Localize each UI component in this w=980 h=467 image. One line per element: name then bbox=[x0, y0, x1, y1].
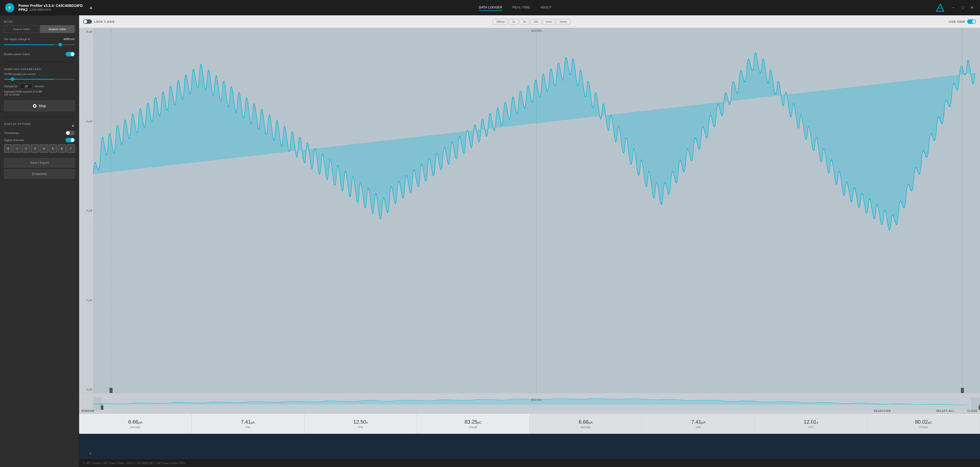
ch-btn-5[interactable]: 5 bbox=[49, 145, 57, 152]
ch-btn-4[interactable]: 4 bbox=[40, 145, 48, 152]
window-average: 6.66µA average bbox=[79, 414, 192, 434]
live-view-toggle[interactable] bbox=[967, 19, 976, 24]
device-id: C43C40BD18FD bbox=[30, 8, 51, 11]
y-label-8ua: 8 µA bbox=[86, 30, 92, 33]
time-btn-10min[interactable]: 10min bbox=[556, 19, 570, 24]
sample-for-input[interactable] bbox=[20, 84, 32, 89]
window-max-value: 7.41µA bbox=[241, 419, 255, 425]
clear-btn[interactable]: CLEAR bbox=[967, 410, 977, 412]
time-btn-1min[interactable]: 1min bbox=[542, 19, 555, 24]
window-charge-value: 83.25µC bbox=[465, 419, 482, 425]
selection-time-value: 12.01s bbox=[803, 419, 818, 425]
device-name: PPK2 bbox=[18, 8, 28, 12]
nav: DATA LOGGER REAL-TIME ABOUT bbox=[479, 4, 552, 11]
maximize-btn[interactable]: □ bbox=[959, 5, 966, 11]
stop-label: Stop bbox=[38, 104, 46, 108]
voltage-section: Set supply voltage to 4200 mV bbox=[4, 38, 75, 47]
window-label: WINDOW bbox=[82, 410, 94, 412]
power-output-row: Enable power output bbox=[4, 52, 75, 56]
selection-charge: 80.02µC charge bbox=[867, 414, 980, 434]
power-output-label: Enable power output bbox=[4, 52, 30, 56]
time-btn-1s[interactable]: 1s bbox=[509, 19, 519, 24]
time-btn-3s[interactable]: 3s bbox=[520, 19, 529, 24]
chart-with-yaxis: 8 µA 6 µA 4 µA 2 µA 0 µA Δ12.50s bbox=[79, 28, 980, 393]
y-axis-bottom bbox=[79, 402, 93, 405]
sample-for-unit: minutes bbox=[35, 85, 45, 88]
ch-btn-2[interactable]: 2 bbox=[22, 145, 30, 152]
lock-y-axis-toggle[interactable] bbox=[83, 19, 92, 24]
save-export-btn[interactable]: Save / Export bbox=[4, 158, 75, 167]
lock-y-axis-label: LOCK Y-AXIS bbox=[94, 20, 115, 23]
display-options-header[interactable]: DISPLAY OPTIONS ▲ bbox=[4, 123, 75, 128]
cursor-handle-right[interactable] bbox=[961, 388, 964, 393]
stop-button[interactable]: Stop bbox=[4, 100, 75, 111]
chart-canvas-wrapper: 8 µA 6 µA 4 µA 2 µA 0 µA Δ12.50s bbox=[79, 28, 980, 413]
digital-channels-toggle[interactable] bbox=[65, 138, 75, 142]
period-info: 100 us period bbox=[4, 93, 75, 96]
window-max: 7.41µA max bbox=[192, 414, 304, 434]
time-btn-100ms[interactable]: 100ms bbox=[493, 19, 508, 24]
window-time: 12.50s time bbox=[304, 414, 417, 434]
selection-label: SELECTION bbox=[874, 410, 891, 412]
source-meter-btn[interactable]: Source meter bbox=[4, 25, 39, 33]
mini-cursor-right[interactable] bbox=[979, 406, 980, 410]
nordic-icon bbox=[935, 3, 945, 13]
sampling-slider[interactable] bbox=[4, 79, 75, 79]
time-buttons: 100ms 1s 3s 10s 1min 10min bbox=[493, 19, 570, 24]
y-axis: 8 µA 6 µA 4 µA 2 µA 0 µA bbox=[79, 28, 93, 393]
minimize-btn[interactable]: − bbox=[950, 5, 956, 11]
digital-row-0-label: 0 bbox=[79, 452, 93, 455]
digital-channels-row: Digital channels bbox=[4, 138, 75, 142]
chart-bottom: Δ12.01s bbox=[79, 393, 980, 413]
voltage-slider[interactable] bbox=[4, 44, 75, 45]
selection-charge-value: 80.02µC bbox=[915, 419, 932, 425]
power-output-toggle[interactable] bbox=[65, 52, 75, 56]
chart-toolbar: LOCK Y-AXIS 100ms 1s 3s 10s 1min 10min L… bbox=[79, 15, 980, 28]
app-title-group: Power Profiler v3.5.4: C43C40BD18FD PPK2… bbox=[18, 3, 83, 12]
window-controls: − □ ✕ bbox=[950, 5, 975, 11]
window-stats: 6.66µA average 7.41µA max 12.50s time bbox=[79, 414, 530, 434]
screenshot-btn[interactable]: Screenshot bbox=[4, 170, 75, 179]
lock-y-axis: LOCK Y-AXIS bbox=[83, 19, 115, 24]
ch-btn-0[interactable]: 0 bbox=[4, 145, 12, 152]
titlebar-left: ⚡ Power Profiler v3.5.4: C43C40BD18FD PP… bbox=[5, 3, 95, 12]
collapse-sidebar-btn[interactable]: ▲ bbox=[87, 4, 95, 11]
nav-real-time[interactable]: REAL-TIME bbox=[512, 4, 530, 11]
ampere-meter-btn[interactable]: Ampere meter bbox=[40, 25, 75, 33]
close-btn[interactable]: ✕ bbox=[969, 5, 975, 11]
select-all-btn[interactable]: SELECT ALL bbox=[936, 410, 955, 412]
window-average-label: average bbox=[130, 426, 140, 429]
selection-average-label: average bbox=[581, 426, 591, 429]
selection-time: 12.01s time bbox=[755, 414, 867, 434]
ch-btn-7[interactable]: 7 bbox=[67, 145, 75, 152]
chart-main[interactable]: Δ12.50s bbox=[93, 28, 980, 393]
digital-channel-0-svg bbox=[93, 434, 980, 459]
divider-1 bbox=[4, 62, 75, 62]
window-average-value: 6.66µA bbox=[128, 419, 142, 425]
mini-cursor-left[interactable] bbox=[101, 406, 103, 410]
ch-btn-1[interactable]: 1 bbox=[13, 145, 21, 152]
sampling-info: 10,000 samples per second bbox=[4, 73, 75, 76]
delta-time-bottom: Δ12.01s bbox=[531, 398, 542, 401]
sidebar: MODE Source meter Ampere meter Set suppl… bbox=[0, 15, 79, 467]
nav-data-logger[interactable]: DATA LOGGER bbox=[479, 4, 502, 11]
nav-about[interactable]: ABOUT bbox=[540, 4, 552, 11]
y-label-2ua: 2 µA bbox=[86, 299, 92, 302]
y-label-0ua: 0 µA bbox=[86, 388, 92, 391]
ch-btn-3[interactable]: 3 bbox=[31, 145, 39, 152]
timestamps-row: Timestamps bbox=[4, 131, 75, 135]
time-btn-10s[interactable]: 10s bbox=[530, 19, 542, 24]
selection-max: 7.41µA max bbox=[642, 414, 755, 434]
mini-chart[interactable]: Δ12.01s bbox=[93, 397, 980, 410]
titlebar-right: − □ ✕ bbox=[935, 3, 975, 13]
live-view-label: LIVE VIEW bbox=[948, 20, 965, 23]
app-title: Power Profiler v3.5.4: C43C40BD18FD bbox=[18, 3, 83, 8]
y-label-6ua: 6 µA bbox=[86, 120, 92, 123]
titlebar: ⚡ Power Profiler v3.5.4: C43C40BD18FD PP… bbox=[0, 0, 980, 15]
ch-btn-6[interactable]: 6 bbox=[58, 145, 66, 152]
voltage-value: 4200 mV bbox=[64, 38, 75, 41]
display-options-content: Timestamps Digital channels 0 1 2 3 4 5 … bbox=[4, 131, 75, 152]
window-charge: 83.25µC charge bbox=[417, 414, 529, 434]
cursor-handle-left[interactable] bbox=[110, 388, 113, 393]
timestamps-toggle[interactable] bbox=[65, 131, 75, 135]
